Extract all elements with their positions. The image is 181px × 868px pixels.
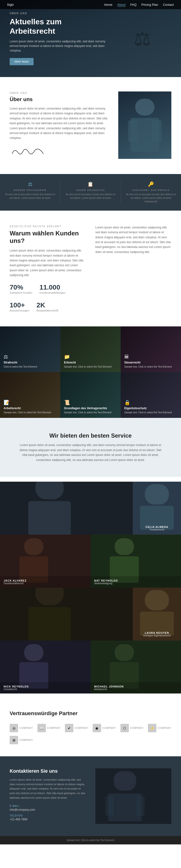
team-item-nick: NICK REYNOLDS Umweltrecht <box>0 641 90 693</box>
partners-logos: ◎ COMPANY 📖 COMPANY ✔ COMPANY ◉ COMPANY … <box>10 724 171 744</box>
partner-icon-5: ⬡ <box>121 724 129 732</box>
team-item-nat: NAT REYNOLDS Strafverteidigung <box>90 535 181 588</box>
stat-label-1: Zufriedene Kunden <box>10 291 32 294</box>
why-left: GESETZLICHE RECHTE ERKLÄRT Warum wählen … <box>10 225 86 312</box>
team-item-laura: LAURA NGUYEN Geistiges Eigentumsrecht <box>133 588 181 641</box>
svg-rect-6 <box>28 501 71 535</box>
practice-item-1[interactable]: ⚖ Strafrecht Click to select the Text El… <box>0 327 60 372</box>
stat-3: 100+ Auszeichnungen <box>10 301 29 312</box>
team-row-3: LAURA NGUYEN Geistiges Eigentumsrecht <box>0 588 181 641</box>
stat-4: 2K Beispielüberschrift <box>36 301 58 312</box>
nav-menu: Home About FAQ Pricing Plan Contact <box>104 2 174 7</box>
practice-item-5[interactable]: 📜 Grundlagen des Vertragsrechts Sample t… <box>60 372 121 418</box>
practice-grid: ⚖ Strafrecht Click to select the Text El… <box>0 327 181 418</box>
stat-label-4: Beispielüberschrift <box>36 309 58 312</box>
about-label: Über uns <box>10 91 111 94</box>
practice-title-2: Erbrecht <box>64 361 76 364</box>
why-label: GESETZLICHE RECHTE ERKLÄRT <box>10 225 86 228</box>
practice-text-4: Sample text. Click to select the Text El… <box>4 411 51 414</box>
svg-rect-32 <box>136 796 145 816</box>
team-name-nat: NAT REYNOLDS <box>94 579 177 582</box>
service-section: Wir bieten den besten Service Lorem ipsu… <box>0 418 181 477</box>
stat-1: 70% Zufriedene Kunden <box>10 284 32 294</box>
partner-7: ⊞ COMPANY <box>10 736 33 744</box>
stat-number-1: 70% <box>10 284 32 291</box>
practice-title-3: Steuerrecht <box>124 361 140 364</box>
philosophy-icon-2: 📋 <box>65 181 115 187</box>
hero-text: Lorem ipsum dolor sit amet, consectetur … <box>10 39 106 53</box>
partner-icon-1: ◎ <box>10 724 18 732</box>
practice-item-3[interactable]: 🏛 Steuerrecht Sample text. Click to sele… <box>121 327 181 372</box>
philosophy-text-2: At vero eos et accusam et justo duo dolo… <box>65 192 115 200</box>
contact-info: E-Mail: info@company.com Telefon: +21.45… <box>10 805 86 821</box>
contact-email-item: E-Mail: info@company.com <box>10 805 86 811</box>
partner-5: ⬡ COMPANY <box>121 724 144 732</box>
team-celia-container: CELIA ALMEDA Familienrecht <box>0 482 181 535</box>
partner-name-5: COMPANY <box>130 727 144 730</box>
service-title: Wir bieten den besten Service <box>10 432 171 439</box>
team-overlay-nat: NAT REYNOLDS Strafverteidigung <box>90 576 181 588</box>
team-role-nat: Strafverteidigung <box>94 582 177 585</box>
nav-faq[interactable]: FAQ <box>130 3 137 6</box>
svg-rect-3 <box>152 120 162 142</box>
practice-item-4[interactable]: 📝 Arbeitsrecht Sample text. Click to sel… <box>0 372 60 418</box>
philosophy-item-2: 📋 UNSER GRUNDSATZ At vero eos et accusam… <box>60 181 121 204</box>
team-item-laura-container: LAURA NGUYEN Geistiges Eigentumsrecht <box>0 588 181 641</box>
stat-2: 11.000 Kundenempfehlungen <box>40 284 66 294</box>
partner-icon-2: 📖 <box>37 724 46 732</box>
team-item-celia-center: CELIA ALMEDA Familienrecht <box>133 482 181 535</box>
practice-title-4: Arbeitsrecht <box>4 407 21 410</box>
practice-icon-1: ⚖ <box>4 354 8 360</box>
nav-pricing[interactable]: Pricing Plan <box>141 3 158 6</box>
svg-rect-2 <box>128 120 137 142</box>
partner-icon-4: ◉ <box>93 724 101 732</box>
why-title: Warum wählen Kunden uns? <box>10 230 86 245</box>
philosophy-item-3: 🔑 SCHLÜSSEL ZUM ERFOLG At vero eos et ac… <box>121 181 181 204</box>
contact-phone-value: +21.456.7890 <box>10 818 86 821</box>
stat-number-4: 2K <box>36 301 58 309</box>
stat-number-2: 11.000 <box>40 284 66 291</box>
contact-text: Lorem ipsum dolor sit amet, consectetur … <box>10 777 86 800</box>
logo: logo <box>7 3 14 6</box>
team-name-nick: NICK REYNOLDS <box>4 685 87 688</box>
practice-text-6: Sample text. Click to select the Text El… <box>124 411 172 414</box>
practice-icon-3: 🏛 <box>124 354 129 360</box>
why-section: GESETZLICHE RECHTE ERKLÄRT Warum wählen … <box>0 211 181 327</box>
contact-email-value: info@company.com <box>10 808 86 811</box>
philosophy-text-3: At vero eos et accusam et justo duo dolo… <box>126 192 176 204</box>
team-role-jack: Gesellschaftsrecht <box>4 582 87 585</box>
philosophy-bar: ⚖ UNSERE PHILOSOPHIE At vero eos et accu… <box>0 174 181 211</box>
partner-4: ◉ COMPANY <box>93 724 116 732</box>
svg-rect-18 <box>28 607 71 641</box>
svg-rect-14 <box>114 538 134 555</box>
svg-rect-26 <box>114 644 134 661</box>
hero-button[interactable]: Mehr lesen <box>10 58 33 65</box>
nav-contact[interactable]: Contact <box>163 3 174 6</box>
partner-6: ⚡ COMPANY <box>148 724 171 732</box>
hero-section: ⚖ ÜBER UNS Aktuelles zum Arbeitsrecht Lo… <box>0 0 181 77</box>
practice-title-5: Grundlagen des Vertragsrechts <box>64 407 107 410</box>
team-row-2: JACK ALVAREZ Gesellschaftsrecht NAT REYN… <box>0 535 181 588</box>
signature <box>10 145 111 160</box>
nav-home[interactable]: Home <box>104 3 112 6</box>
navigation: logo Home About FAQ Pricing Plan Contact <box>0 0 181 9</box>
partner-icon-3: ✔ <box>65 724 73 732</box>
about-image <box>118 91 171 159</box>
practice-text-3: Sample text. Click to select the Text El… <box>124 365 172 369</box>
contact-left: Kontaktieren Sie uns Lorem ipsum dolor s… <box>10 768 86 824</box>
svg-rect-0 <box>135 99 154 116</box>
nav-about[interactable]: About <box>117 3 126 7</box>
practice-text-5: Sample text. Click to select the Text El… <box>64 411 111 414</box>
partner-2: 📖 COMPANY <box>37 724 61 732</box>
team-role-michael: Arbeitsrecht <box>94 688 177 691</box>
about-title: Über uns <box>10 96 111 102</box>
practice-item-6[interactable]: 🔒 Eigentutsschutz Sample text. Click to … <box>121 372 181 418</box>
partner-3: ✔ COMPANY <box>65 724 88 732</box>
footer: Sample text. Click to select the Text El… <box>0 836 181 844</box>
svg-rect-5 <box>35 482 64 499</box>
team-item-jack: JACK ALVAREZ Gesellschaftsrecht <box>0 535 90 588</box>
partner-name-2: COMPANY <box>47 727 61 730</box>
practice-text-1: Click to select the Text Element <box>4 365 37 369</box>
service-text: Lorem ipsum dolor sit amet, consectetur … <box>18 443 163 462</box>
practice-item-2[interactable]: 📁 Erbrecht Sample text. Click to select … <box>60 327 121 372</box>
